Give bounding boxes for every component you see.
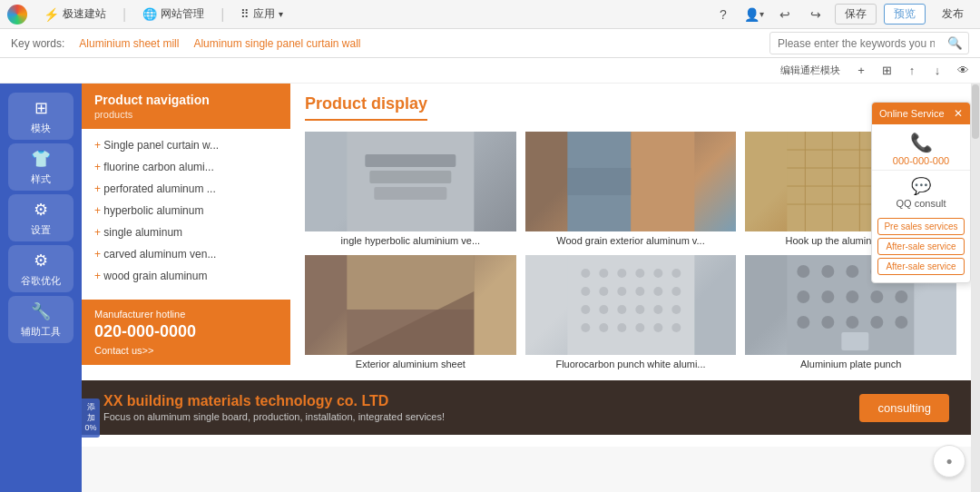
product-display-title: Product display xyxy=(305,94,427,121)
forward-icon: ↪ xyxy=(810,7,821,22)
nav-item-0[interactable]: Single panel curtain w... xyxy=(82,134,290,156)
svg-point-26 xyxy=(581,287,590,296)
nav-item-4[interactable]: single aluminum xyxy=(82,221,290,243)
svg-point-54 xyxy=(896,290,908,303)
product-caption-5: Aluminium plate punch xyxy=(745,359,956,369)
after-sale-btn-1[interactable]: After-sale service xyxy=(877,238,965,255)
left-edge-indicator[interactable]: 添加0% xyxy=(82,399,100,438)
svg-point-28 xyxy=(617,287,626,296)
help-btn[interactable]: ? xyxy=(711,3,735,26)
sidebar-item-style[interactable]: 👕 样式 xyxy=(8,143,74,191)
grid-view-btn[interactable]: ⊞ xyxy=(877,61,897,81)
product-caption-1: Wood grain exterior aluminum v... xyxy=(525,235,737,246)
phone-icon: 📞 xyxy=(876,132,966,153)
svg-point-47 xyxy=(847,265,859,278)
svg-point-22 xyxy=(617,269,626,278)
hotline-label: Manufacturer hotline xyxy=(94,309,278,320)
svg-point-32 xyxy=(581,305,590,314)
add-module-btn[interactable]: + xyxy=(851,61,871,81)
publish-button[interactable]: 发布 xyxy=(933,5,973,24)
move-up-btn[interactable]: ↑ xyxy=(902,61,922,81)
back-btn[interactable]: ↩ xyxy=(773,3,797,26)
online-service-widget: Online Service ✕ 📞 000-000-000 💬 QQ cons… xyxy=(871,102,971,283)
footer-company: XX building materials technology co. LTD xyxy=(103,393,845,409)
site-manage-btn[interactable]: 🌐 网站管理 xyxy=(137,5,210,24)
nav-item-2[interactable]: perforated aluminum ... xyxy=(82,178,290,200)
scrollbar-thumb xyxy=(972,84,979,139)
sidebar-item-tools[interactable]: 🔧 辅助工具 xyxy=(8,296,74,343)
contact-link[interactable]: Contact us>> xyxy=(94,345,153,356)
save-button[interactable]: 保存 xyxy=(835,4,877,25)
product-section: Product navigation products Single panel… xyxy=(82,84,971,380)
nav-item-5[interactable]: carved aluminum ven... xyxy=(82,243,290,265)
os-qq-section: 💬 QQ consult xyxy=(872,170,970,214)
up-arrow-icon: ↑ xyxy=(909,64,916,77)
product-image-4 xyxy=(525,255,737,355)
edit-toolbar-btn[interactable]: 编辑通栏模块 xyxy=(775,62,846,79)
product-image-3 xyxy=(305,255,516,355)
top-bar: ⚡ 极速建站 | 🌐 网站管理 | ⠿ 应用 ▾ ? 👤 ▾ ↩ ↪ 保存 预览… xyxy=(0,0,980,29)
tools-icon: 🔧 xyxy=(31,301,51,321)
left-sidebar: ⊞ 模块 👕 样式 ⚙ 设置 ⚙ 谷歌优化 🔧 辅助工具 xyxy=(0,84,82,492)
os-phone-number: 000-000-000 xyxy=(876,155,966,166)
quick-build-label: 极速建站 xyxy=(63,6,106,22)
svg-point-38 xyxy=(581,323,590,332)
os-header: Online Service ✕ xyxy=(872,103,970,124)
after-sale-btn-2[interactable]: After-sale service xyxy=(877,258,965,275)
svg-point-51 xyxy=(822,290,835,303)
svg-point-34 xyxy=(617,305,626,314)
sidebar-item-settings[interactable]: ⚙ 设置 xyxy=(8,194,74,241)
page-content: Product navigation products Single panel… xyxy=(82,84,971,447)
main-area: ⊞ 模块 👕 样式 ⚙ 设置 ⚙ 谷歌优化 🔧 辅助工具 xyxy=(0,84,980,492)
product-card-1[interactable]: Wood grain exterior aluminum v... xyxy=(525,132,737,246)
product-nav: Product navigation products Single panel… xyxy=(82,84,290,380)
style-label: 样式 xyxy=(31,172,51,186)
svg-rect-6 xyxy=(567,168,631,195)
os-buttons: Pre sales services After-sale service Af… xyxy=(872,214,970,282)
footer-description: Focus on aluminum single board, producti… xyxy=(103,411,845,422)
apps-btn[interactable]: ⠿ 应用 ▾ xyxy=(235,5,289,24)
nav-item-3[interactable]: hyperbolic aluminum xyxy=(82,200,290,221)
keyword-1[interactable]: Aluminium sheet mill xyxy=(79,37,179,50)
svg-point-21 xyxy=(599,269,608,278)
seo-icon: ⚙ xyxy=(34,251,48,271)
tools-label: 辅助工具 xyxy=(21,325,61,339)
product-image-0 xyxy=(305,132,516,231)
product-card-4[interactable]: Fluorocarbon punch white alumi... xyxy=(525,255,737,369)
product-caption-0: ingle hyperbolic aluminium ve... xyxy=(305,235,516,246)
product-nav-header: Product navigation products xyxy=(82,84,290,129)
svg-point-20 xyxy=(581,269,590,278)
svg-point-41 xyxy=(635,323,644,332)
preview-button[interactable]: 预览 xyxy=(884,4,926,25)
top-bar-right: ? 👤 ▾ ↩ ↪ 保存 预览 发布 xyxy=(711,3,973,26)
svg-point-46 xyxy=(822,265,835,278)
consulting-button[interactable]: consulting xyxy=(859,394,949,422)
sep1: | xyxy=(122,6,126,23)
search-button[interactable]: 🔍 xyxy=(942,33,968,54)
hotline-number: 020-000-0000 xyxy=(94,322,278,341)
footer-bar: XX building materials technology co. LTD… xyxy=(82,380,971,435)
product-card-0[interactable]: ingle hyperbolic aluminium ve... xyxy=(305,132,516,246)
forward-btn[interactable]: ↪ xyxy=(804,3,828,26)
product-caption-4: Fluorocarbon punch white alumi... xyxy=(525,359,737,369)
hotline-contact[interactable]: Contact us>> xyxy=(94,345,278,356)
nav-item-6[interactable]: wood grain aluminum xyxy=(82,265,290,287)
settings-icon: ⚙ xyxy=(34,200,48,220)
move-down-btn[interactable]: ↓ xyxy=(927,61,947,81)
product-image-1 xyxy=(525,132,737,231)
svg-rect-60 xyxy=(842,332,869,350)
sidebar-item-seo[interactable]: ⚙ 谷歌优化 xyxy=(8,245,74,292)
visibility-btn[interactable]: 👁 xyxy=(953,61,973,81)
user-btn[interactable]: 👤 ▾ xyxy=(742,3,766,26)
os-close-button[interactable]: ✕ xyxy=(954,107,963,120)
product-card-3[interactable]: Exterior aluminium sheet xyxy=(305,255,516,369)
search-input[interactable] xyxy=(770,34,942,53)
quick-build-btn[interactable]: ⚡ 极速建站 xyxy=(38,5,112,24)
right-scrollbar[interactable] xyxy=(971,84,980,492)
nav-item-1[interactable]: fluorine carbon alumi... xyxy=(82,156,290,178)
svg-point-56 xyxy=(822,316,835,329)
scroll-to-top-button[interactable]: ● xyxy=(933,445,965,477)
sidebar-item-module[interactable]: ⊞ 模块 xyxy=(8,93,74,140)
pre-sales-btn[interactable]: Pre sales services xyxy=(877,218,965,235)
keyword-2[interactable]: Aluminum single panel curtain wall xyxy=(193,37,360,50)
